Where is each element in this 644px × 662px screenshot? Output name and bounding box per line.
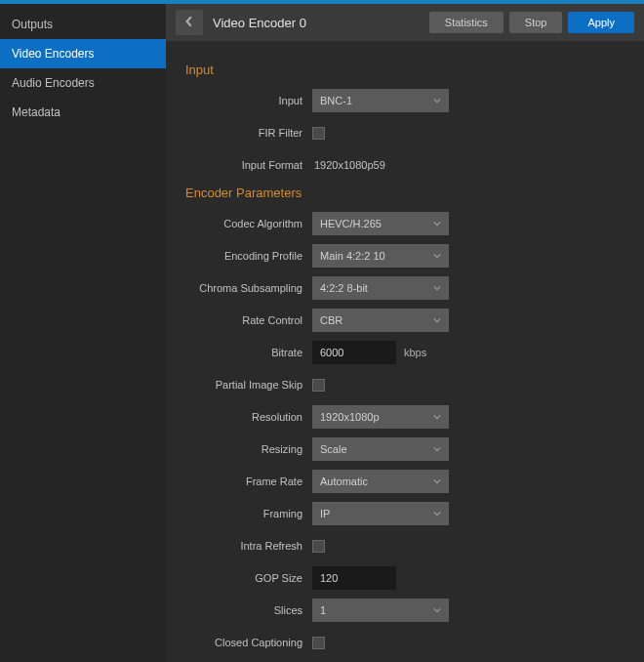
back-button[interactable] xyxy=(176,10,203,35)
gop-input[interactable] xyxy=(312,566,396,590)
profile-value: Main 4:2:2 10 xyxy=(320,250,425,262)
section-input-title: Input xyxy=(185,62,624,77)
res-value: 1920x1080p xyxy=(320,411,425,423)
caret-down-icon xyxy=(433,220,441,228)
gop-label: GOP Size xyxy=(185,572,312,584)
framing-label: Framing xyxy=(185,508,312,519)
resolution-select[interactable]: 1920x1080p xyxy=(312,405,449,429)
main-panel: Video Encoder 0 Statistics Stop Apply In… xyxy=(166,4,644,662)
profile-label: Encoding Profile xyxy=(185,250,312,262)
caret-down-icon xyxy=(433,510,441,517)
framing-select[interactable]: IP xyxy=(312,502,449,525)
sidebar-item-video-encoders[interactable]: Video Encoders xyxy=(0,39,166,68)
slices-value: 1 xyxy=(320,604,425,616)
slices-select[interactable]: 1 xyxy=(312,599,449,622)
codec-value: HEVC/H.265 xyxy=(320,218,425,229)
slices-label: Slices xyxy=(185,604,312,616)
caret-down-icon xyxy=(433,284,441,292)
codec-select[interactable]: HEVC/H.265 xyxy=(312,212,449,235)
cc-checkbox[interactable] xyxy=(312,637,325,649)
fir-label: FIR Filter xyxy=(185,127,312,139)
caret-down-icon xyxy=(433,413,441,421)
framing-value: IP xyxy=(320,508,425,519)
input-select[interactable]: BNC-1 xyxy=(312,89,449,112)
intra-label: Intra Refresh xyxy=(185,540,312,552)
page-title: Video Encoder 0 xyxy=(213,16,420,30)
fps-select[interactable]: Automatic xyxy=(312,470,449,493)
caret-down-icon xyxy=(433,316,441,324)
section-encoder-title: Encoder Parameters xyxy=(185,186,624,200)
fps-value: Automatic xyxy=(320,476,425,487)
profile-select[interactable]: Main 4:2:2 10 xyxy=(312,244,449,268)
stop-button[interactable]: Stop xyxy=(509,12,563,33)
content-area: Input Input BNC-1 FIR Filter Input Forma… xyxy=(166,41,644,662)
chroma-select[interactable]: 4:2:2 8-bit xyxy=(312,276,449,300)
skip-label: Partial Image Skip xyxy=(185,379,312,391)
codec-label: Codec Algorithm xyxy=(185,218,312,229)
resize-select[interactable]: Scale xyxy=(312,437,449,461)
skip-checkbox[interactable] xyxy=(312,379,325,392)
input-select-value: BNC-1 xyxy=(320,95,425,106)
rate-value: CBR xyxy=(320,314,425,326)
sidebar: Outputs Video Encoders Audio Encoders Me… xyxy=(0,4,166,662)
sidebar-item-metadata[interactable]: Metadata xyxy=(0,98,166,127)
statistics-button[interactable]: Statistics xyxy=(429,12,503,33)
sidebar-item-audio-encoders[interactable]: Audio Encoders xyxy=(0,68,166,98)
caret-down-icon xyxy=(433,97,441,104)
format-label: Input Format xyxy=(185,159,312,171)
resize-value: Scale xyxy=(320,443,425,455)
header-bar: Video Encoder 0 Statistics Stop Apply xyxy=(166,4,644,41)
format-value: 1920x1080p59 xyxy=(312,159,385,171)
bitrate-input[interactable] xyxy=(312,341,396,364)
fps-label: Frame Rate xyxy=(185,476,312,487)
intra-checkbox[interactable] xyxy=(312,540,325,553)
chroma-label: Chroma Subsampling xyxy=(185,282,312,294)
resize-label: Resizing xyxy=(185,443,312,455)
cc-label: Closed Captioning xyxy=(185,637,312,648)
bitrate-unit: kbps xyxy=(404,347,426,358)
bitrate-label: Bitrate xyxy=(185,347,312,358)
rate-label: Rate Control xyxy=(185,314,312,326)
chroma-value: 4:2:2 8-bit xyxy=(320,282,425,294)
chevron-left-icon xyxy=(183,16,195,30)
fir-checkbox[interactable] xyxy=(312,127,325,140)
caret-down-icon xyxy=(433,477,441,485)
sidebar-item-outputs[interactable]: Outputs xyxy=(0,10,166,39)
caret-down-icon xyxy=(433,606,441,614)
caret-down-icon xyxy=(433,252,441,260)
apply-button[interactable]: Apply xyxy=(568,12,634,33)
res-label: Resolution xyxy=(185,411,312,423)
rate-select[interactable]: CBR xyxy=(312,309,449,332)
input-label: Input xyxy=(185,95,312,106)
caret-down-icon xyxy=(433,445,441,453)
